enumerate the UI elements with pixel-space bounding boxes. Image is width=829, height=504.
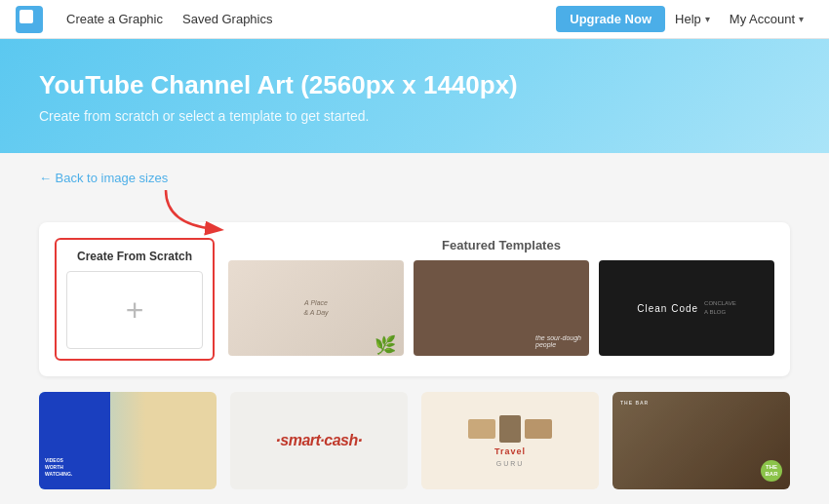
create-scratch-label: Create From Scratch <box>77 250 192 263</box>
sr2-logo-text: ·smart·cash· <box>276 431 363 451</box>
create-scratch-button[interactable]: + <box>66 271 203 349</box>
featured-templates-row: A Place& A Day 🌿 the sour-doughpeople Cl… <box>228 260 774 356</box>
account-menu[interactable]: My Account ▾ <box>720 12 813 26</box>
template-thumb-sr4[interactable]: THE BAR THEBAR <box>612 392 790 489</box>
create-from-scratch-block: Create From Scratch + <box>55 238 215 361</box>
arrow-container <box>39 203 790 232</box>
create-graphic-link[interactable]: Create a Graphic <box>57 12 173 26</box>
template-thumb-sr3[interactable]: Travel GURU <box>421 392 599 489</box>
help-menu[interactable]: Help ▾ <box>665 12 720 26</box>
sr3-photo-3 <box>525 419 552 439</box>
logo <box>16 6 43 33</box>
template-thumb-sr1[interactable]: VIDEOSWORTHWATCHING. <box>39 392 217 489</box>
template-1-plant-icon: 🌿 <box>375 334 396 356</box>
featured-section: Featured Templates A Place& A Day 🌿 the … <box>228 238 774 356</box>
sr3-guru-label: GURU <box>496 460 525 467</box>
back-link[interactable]: ← Back to image sizes <box>39 171 168 185</box>
sr3-label: Travel <box>494 446 526 456</box>
template-card: Create From Scratch + Featured Templates… <box>39 222 790 376</box>
template-thumb-2[interactable]: the sour-doughpeople <box>414 260 589 356</box>
upgrade-button[interactable]: Upgrade Now <box>556 6 665 32</box>
sr4-badge: THEBAR <box>761 460 782 482</box>
sr3-photo-1 <box>468 419 495 439</box>
hero-banner: YouTube Channel Art (2560px x 1440px) Cr… <box>0 39 829 153</box>
sr3-photos <box>468 415 552 443</box>
saved-graphics-link[interactable]: Saved Graphics <box>173 12 283 26</box>
second-row-templates: VIDEOSWORTHWATCHING. ·smart·cash· Travel… <box>39 392 790 489</box>
template-thumb-sr2[interactable]: ·smart·cash· <box>230 392 408 489</box>
featured-label: Featured Templates <box>228 238 774 252</box>
template-thumb-3[interactable]: Clean Code CONCLAVEA BLOG <box>599 260 774 356</box>
help-chevron-icon: ▾ <box>705 14 710 24</box>
red-arrow-icon <box>156 185 234 239</box>
sr2-dot-icon: · <box>276 431 281 450</box>
template-1-text: A Place& A Day <box>303 298 328 318</box>
sr4-text: THE BAR <box>620 400 649 406</box>
template-3-main-text: Clean Code <box>637 303 698 314</box>
sr2-dot-icon-2: · <box>358 431 363 450</box>
template-thumb-1[interactable]: A Place& A Day 🌿 <box>228 260 404 356</box>
template-2-text: the sour-doughpeople <box>535 334 581 348</box>
sr1-text: VIDEOSWORTHWATCHING. <box>45 457 72 478</box>
account-chevron-icon: ▾ <box>799 14 804 24</box>
template-3-sub-text: CONCLAVEA BLOG <box>704 299 736 317</box>
navbar: Create a Graphic Saved Graphics Upgrade … <box>0 0 829 39</box>
page-title: YouTube Channel Art (2560px x 1440px) <box>39 70 790 100</box>
main-content: ← Back to image sizes Create From Scratc… <box>0 153 829 504</box>
page-subtitle: Create from scratch or select a template… <box>39 108 790 124</box>
sr3-photo-2 <box>499 415 521 443</box>
